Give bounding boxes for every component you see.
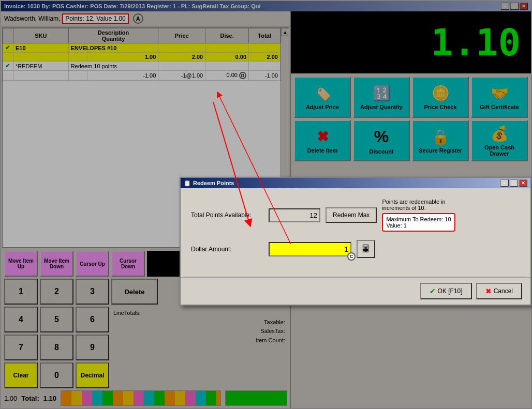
- max-info-box: Maximum To Redeem: 10 Value: 1: [382, 213, 455, 232]
- total-points-row: Total Points Available: Redeem Max Point…: [191, 199, 520, 232]
- ok-check-icon: ✔: [430, 287, 436, 295]
- annotation-c: C: [347, 252, 356, 261]
- modal-footer: ✔ OK [F10] ✖ Cancel: [181, 277, 530, 305]
- value-line: Value: 1: [386, 222, 451, 229]
- ok-label: OK [F10]: [438, 287, 463, 295]
- calculator-button[interactable]: 🖩: [357, 240, 375, 258]
- ok-button[interactable]: ✔ OK [F10]: [420, 283, 472, 299]
- modal-minimize-button[interactable]: −: [500, 179, 509, 187]
- modal-title-icon: 📋: [184, 180, 191, 187]
- max-redeem-line: Maximum To Redeem: 10: [386, 216, 451, 222]
- info-area: Points are redeemable in increments of 1…: [382, 199, 455, 232]
- cancel-x-icon: ✖: [485, 287, 492, 295]
- modal-title-bar: 📋 Redeem Points − □ ✕: [181, 178, 530, 188]
- dollar-input-wrapper: C: [269, 242, 351, 256]
- dollar-amount-label: Dollar Amount:: [191, 246, 263, 253]
- cancel-button[interactable]: ✖ Cancel: [476, 283, 522, 299]
- total-points-label: Total Points Available:: [191, 211, 263, 219]
- total-points-input[interactable]: [269, 208, 320, 222]
- modal-close-button[interactable]: ✕: [519, 179, 527, 187]
- modal-title-text: Redeem Points: [193, 180, 234, 186]
- dollar-amount-input[interactable]: [269, 242, 351, 256]
- redeem-points-modal: 📋 Redeem Points − □ ✕ Total Points Avail…: [180, 177, 531, 306]
- cancel-label: Cancel: [494, 287, 513, 295]
- dollar-amount-row: Dollar Amount: C 🖩: [191, 240, 520, 258]
- modal-overlay: 📋 Redeem Points − □ ✕ Total Points Avail…: [1, 1, 531, 408]
- modal-title-buttons: − □ ✕: [500, 179, 527, 187]
- redeem-max-button[interactable]: Redeem Max: [326, 207, 377, 223]
- info-text: Points are redeemable in increments of 1…: [382, 199, 454, 211]
- main-window: Invoice: 1030 By: POS Cashier: POS Date:…: [0, 0, 532, 409]
- modal-body: Total Points Available: Redeem Max Point…: [181, 188, 530, 277]
- modal-maximize-button[interactable]: □: [510, 179, 518, 187]
- modal-title-content: 📋 Redeem Points: [184, 180, 234, 187]
